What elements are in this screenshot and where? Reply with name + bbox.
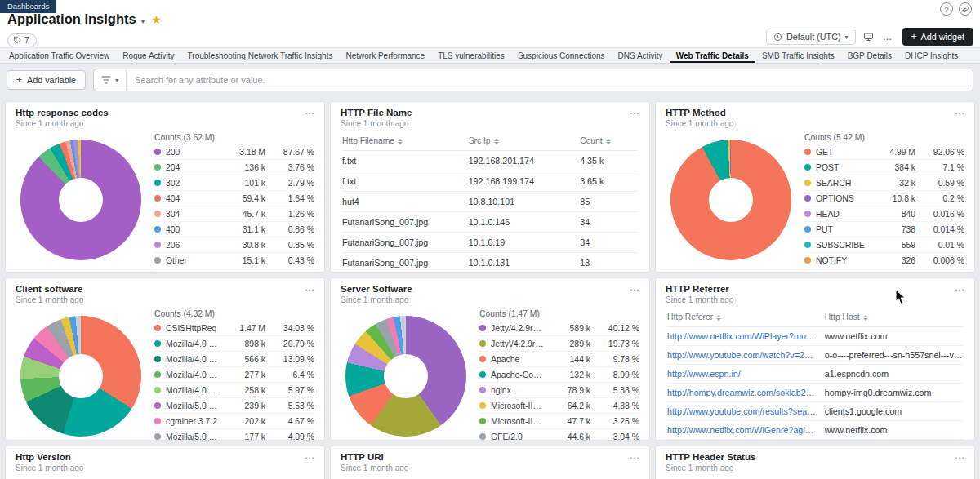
referer-link[interactable]: http://www.netflix.com/WiGenre?agid=6548 [667,425,825,435]
table-row[interactable]: http://www.youtube.com/watch?v=280sGC...… [667,346,963,365]
ellipsis-menu-icon[interactable]: … [630,281,642,293]
legend-row[interactable]: OPTIONS 10.8 k 0.2 % [804,191,964,206]
ellipsis-menu-icon[interactable]: … [955,281,967,293]
legend-row[interactable]: Mozilla/5.0 (Windows... 177 k 4.09 % [154,429,314,441]
help-button[interactable]: ? [940,2,953,16]
ellipsis-menu-icon[interactable]: … [955,449,967,461]
legend-row[interactable]: 404 59.4 k 1.64 % [154,191,314,206]
legend-row[interactable]: SEARCH 32 k 0.59 % [804,175,964,191]
referer-link[interactable]: http://www.youtube.com/results?search_qu… [667,406,825,416]
table-row[interactable]: http://www.netflix.com/WiPlayer?movieid=… [667,327,963,346]
table-row[interactable]: http://www.espn.in/ a1.espncdn.com [667,365,963,384]
legend-row[interactable]: 304 45.7 k 1.26 % [154,206,314,222]
legend-row[interactable]: 206 30.8 k 0.85 % [154,237,314,253]
referer-link[interactable]: http://www.youtube.com/watch?v=280sGC... [667,350,825,360]
table-row[interactable]: http://www.netflix.com/WiGenre?agid=6548… [667,421,963,440]
tab-network-performance[interactable]: Network Performance [339,48,431,63]
filter-dropdown[interactable]: ▾ [94,69,127,91]
table-row[interactable]: f.txt 192.168.201.174 4.35 k [342,151,638,171]
legend-label: nginx [491,386,545,395]
presentation-mode-button[interactable] [863,32,874,42]
legend-row[interactable]: nginx 78.9 k 5.38 % [479,383,639,398]
legend-row[interactable]: cgminer 3.7.2 202 k 4.67 % [154,414,314,429]
chevron-down-icon[interactable]: ▾ [141,17,145,25]
tab-dns-activity[interactable]: DNS Activity [612,48,670,63]
legend-row[interactable]: Mozilla/4.0 (compatib... 566 k 13.09 % [154,352,314,367]
legend-row[interactable]: SUBSCRIBE 559 0.01 % [804,237,964,253]
tab-application-traffic-overview[interactable]: Application Traffic Overview [2,48,116,63]
legend-row[interactable]: POST 384 k 7.1 % [804,160,964,175]
table-row[interactable]: http://www.netflix.com/WiPlayer?movieid=… [667,440,963,441]
legend-row[interactable]: Mozilla/4.0 (compati... 898 k 20.79 % [154,336,314,352]
legend-color-dot [479,402,486,409]
ellipsis-menu-icon[interactable]: … [305,104,317,117]
tags-pill[interactable]: 7 [7,33,37,47]
column-header-referer[interactable]: Http Referer [667,313,825,322]
tab-smb-traffic-insights[interactable]: SMB Traffic Insights [755,48,841,63]
table-row[interactable]: http://hompy.dreamwiz.com/soklab2001/cg.… [667,384,963,402]
legend-label: HEAD [816,210,870,219]
tab-troubleshooting-network-traffic-insights[interactable]: Troubleshooting Network Traffic Insights [181,48,340,63]
table-row[interactable]: FutanariSong_007.jpg 10.1.0.146 34 [342,212,638,233]
referer-link[interactable]: http://www.netflix.com/WiPlayer?movieid=… [667,331,825,341]
tab-suspicious-connections[interactable]: Suspicious Connections [511,48,612,63]
column-header-filename[interactable]: Http Filename [342,136,469,145]
legend-row[interactable]: Mozilla/4.0 (compatib... 258 k 5.97 % [154,383,314,398]
ellipsis-menu-icon[interactable]: … [630,449,642,461]
column-header-host[interactable]: Http Host [825,313,963,322]
legend-row[interactable]: Microsoft-IIS/7.5 47.7 k 3.25 % [479,414,639,429]
legend-row[interactable]: Jetty/4.2.9rc2 (SunO... 589 k 40.12 % [479,321,639,336]
tab-web-traffic-details[interactable]: Web Traffic Details [670,48,755,63]
legend-row[interactable]: NOTIFY 326 0.006 % [804,253,964,268]
table-row[interactable]: f.txt 192.168.199.174 3.65 k [342,171,638,192]
legend-row[interactable]: CSISHttpReq 1.47 M 34.03 % [154,321,314,336]
legend-row[interactable]: Other 15.1 k 0.43 % [154,253,314,268]
donut-chart[interactable] [670,140,791,260]
referer-link[interactable]: http://hompy.dreamwiz.com/soklab2001/cg.… [667,388,825,397]
legend-row[interactable]: Apache 144 k 9.78 % [479,352,639,367]
table-row[interactable]: http://www.youtube.com/results?search_qu… [667,402,963,421]
search-input[interactable] [127,75,973,85]
ellipsis-menu-icon[interactable]: … [630,104,642,117]
more-options-button[interactable]: … [881,31,895,42]
tab-bgp-details[interactable]: BGP Details [841,48,898,63]
dashboard-grid: Http response codes Since 1 month ago … … [0,96,980,479]
column-header-count[interactable]: Count [580,136,638,145]
donut-hole [59,354,103,398]
legend-percent: 0.59 % [920,179,964,188]
column-header-src-ip[interactable]: Src Ip [469,136,581,145]
referer-link[interactable]: http://www.espn.in/ [667,369,825,379]
tab-tls-vulnerabilities[interactable]: TLS vulnerabilities [431,48,511,63]
tab-rogue-activity[interactable]: Rogue Activity [116,48,180,63]
donut-chart[interactable] [345,316,466,437]
legend-row[interactable]: Apache-Coyote/1.1 132 k 8.99 % [479,367,639,383]
add-widget-button[interactable]: + Add widget [902,28,973,46]
legend-row[interactable]: GET 4.99 M 92.06 % [804,144,964,160]
legend-row[interactable]: PUT 738 0.014 % [804,222,964,237]
donut-chart[interactable] [20,140,141,260]
legend-row[interactable]: 400 31.1 k 0.86 % [154,222,314,237]
ellipsis-menu-icon[interactable]: … [305,449,317,461]
donut-chart[interactable] [20,316,141,437]
table-row[interactable]: FutanariSong_007.jpg 10.1.0.19 34 [342,233,638,253]
legend-row[interactable]: Jetty\/4.2.9rc2 (SunO... 289 k 19.73 % [479,336,639,352]
legend-row[interactable]: 200 3.18 M 87.67 % [154,144,314,160]
table-row[interactable]: FutanariSong_007.jpg 10.1.0.131 13 [342,253,638,273]
tab-dhcp-insights[interactable]: DHCP Insights [898,48,964,63]
legend-row[interactable]: 204 136 k 3.76 % [154,160,314,175]
share-link-button[interactable] [959,2,972,16]
legend-row[interactable]: 302 101 k 2.79 % [154,175,314,191]
ellipsis-menu-icon[interactable]: … [305,281,317,293]
legend-value: 47.7 k [550,417,590,426]
time-range-selector[interactable]: Default (UTC) ▾ [766,29,856,45]
legend-row[interactable]: HEAD 840 0.016 % [804,206,964,222]
legend-row[interactable]: Mozilla/5.0 (Windows... 239 k 5.53 % [154,398,314,414]
ellipsis-menu-icon[interactable]: … [955,104,967,117]
legend-row[interactable]: Microsoft-IIS/6.0 64.2 k 4.38 % [479,398,639,414]
legend-row[interactable]: Mozilla/4.0 (compati... 277 k 6.4 % [154,367,314,383]
legend-row[interactable]: GFE/2.0 44.6 k 3.04 % [479,429,639,441]
legend-value: 64.2 k [550,401,590,410]
favorite-star-icon[interactable]: ★ [151,13,162,26]
table-row[interactable]: hut4 10.8.10.101 85 [342,192,638,212]
add-variable-button[interactable]: + Add variable [7,70,86,90]
